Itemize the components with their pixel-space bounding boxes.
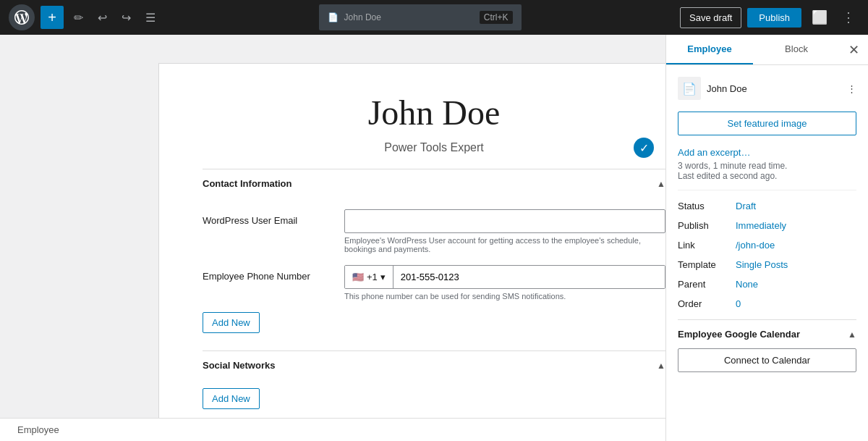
- tab-employee[interactable]: Employee: [666, 35, 753, 64]
- google-calendar-title: Employee Google Calendar: [678, 329, 800, 340]
- contact-information-section: Contact Information ▲ WordPress User Ema…: [203, 169, 665, 333]
- toolbar: + ✏ ↩ ↪ ☰ 📄 John Doe Ctrl+K Save draft P…: [0, 0, 868, 35]
- search-bar[interactable]: 📄 John Doe Ctrl+K: [319, 4, 522, 30]
- search-shortcut: Ctrl+K: [480, 11, 513, 24]
- publish-value[interactable]: Immediately: [736, 220, 786, 231]
- google-calendar-widget-header: Employee Google Calendar ▲: [678, 319, 856, 348]
- undo-button[interactable]: ↩: [93, 7, 111, 29]
- status-label: Status: [678, 201, 736, 211]
- post-title[interactable]: John Doe: [203, 93, 665, 133]
- wp-logo: [9, 4, 35, 30]
- status-row: Status Draft: [678, 196, 856, 216]
- sidebar-tabs-row: Employee Block ✕: [666, 35, 868, 65]
- post-editor: John Doe Power Tools Expert ✓ Contact In…: [159, 64, 709, 426]
- last-edited: Last edited a second ago.: [678, 171, 777, 181]
- post-name: John Doe: [707, 83, 841, 94]
- wp-user-email-input[interactable]: [344, 209, 665, 233]
- tab-block[interactable]: Block: [753, 35, 840, 64]
- phone-input[interactable]: [393, 266, 665, 288]
- set-featured-image-button[interactable]: Set featured image: [678, 112, 856, 135]
- social-networks-section: Social Networks ▲ Add New: [203, 350, 665, 409]
- wp-user-email-label: WordPress User Email: [203, 209, 333, 226]
- order-row: Order 0: [678, 294, 856, 314]
- social-networks-title: Social Networks: [203, 360, 275, 371]
- contact-information-title: Contact Information: [203, 178, 292, 189]
- template-value[interactable]: Single Posts: [736, 259, 788, 270]
- publish-row: Publish Immediately: [678, 216, 856, 235]
- post-menu-button[interactable]: ⋮: [847, 83, 856, 94]
- link-row: Link /john-doe: [678, 235, 856, 255]
- social-networks-header[interactable]: Social Networks ▲: [203, 350, 665, 379]
- link-label: Link: [678, 240, 736, 251]
- add-block-button[interactable]: +: [41, 6, 64, 29]
- google-calendar-toggle[interactable]: ▲: [848, 329, 856, 340]
- redo-button[interactable]: ↪: [117, 7, 135, 29]
- bottom-bar: Employee: [0, 418, 665, 441]
- order-value[interactable]: 0: [736, 298, 741, 309]
- document-icon: 📄: [328, 12, 339, 22]
- template-label: Template: [678, 259, 736, 270]
- employee-phone-field: 🇺🇸 +1 ▾ This phone number can be used fo…: [344, 265, 665, 301]
- verified-badge: ✓: [634, 138, 654, 158]
- wp-user-email-row: WordPress User Email Employee's WordPres…: [203, 209, 665, 253]
- post-subtitle[interactable]: Power Tools Expert: [203, 141, 665, 154]
- wp-user-email-field: Employee's WordPress User account for ge…: [344, 209, 665, 253]
- sidebar-close-button[interactable]: ✕: [840, 36, 868, 64]
- bottom-label: Employee: [17, 424, 59, 435]
- contact-add-new-button[interactable]: Add New: [203, 312, 260, 333]
- employee-phone-label: Employee Phone Number: [203, 265, 333, 282]
- wp-user-email-hint: Employee's WordPress User account for ge…: [344, 236, 665, 253]
- employee-phone-row: Employee Phone Number 🇺🇸 +1 ▾ This phone…: [203, 265, 665, 301]
- meta-divider: [678, 190, 856, 190]
- phone-input-wrapper: 🇺🇸 +1 ▾: [344, 265, 665, 289]
- social-add-new-button[interactable]: Add New: [203, 388, 260, 409]
- template-row: Template Single Posts: [678, 255, 856, 274]
- post-document-icon: 📄: [682, 82, 697, 96]
- parent-row: Parent None: [678, 274, 856, 294]
- parent-label: Parent: [678, 279, 736, 290]
- subtitle-row: Power Tools Expert ✓: [203, 141, 665, 154]
- phone-hint: This phone number can be used for sendin…: [344, 292, 665, 301]
- contact-information-arrow: ▲: [657, 179, 665, 189]
- order-label: Order: [678, 298, 736, 309]
- sidebar-content: 📄 John Doe ⋮ Set featured image Add an e…: [666, 65, 868, 441]
- meta-text: 3 words, 1 minute read time. Last edited…: [678, 161, 856, 181]
- edit-button[interactable]: ✏: [69, 7, 88, 29]
- post-icon: 📄: [678, 77, 701, 100]
- save-draft-button[interactable]: Save draft: [680, 7, 741, 28]
- phone-code: +1: [367, 272, 378, 282]
- more-options-button[interactable]: ⋮: [838, 5, 859, 30]
- publish-label: Publish: [678, 220, 736, 231]
- phone-dropdown-icon: ▾: [380, 272, 386, 282]
- publish-button[interactable]: Publish: [747, 8, 801, 28]
- parent-value[interactable]: None: [736, 279, 758, 290]
- sidebar-toggle-button[interactable]: ⬜: [807, 5, 832, 30]
- phone-flag[interactable]: 🇺🇸 +1 ▾: [345, 266, 393, 288]
- word-count: 3 words, 1 minute read time.: [678, 161, 787, 171]
- add-excerpt-link[interactable]: Add an excerpt…: [678, 147, 750, 158]
- flag-emoji: 🇺🇸: [352, 272, 364, 282]
- tools-button[interactable]: ☰: [141, 7, 160, 29]
- connect-calendar-button[interactable]: Connect to Calendar: [678, 348, 856, 372]
- social-networks-content: Add New: [203, 388, 665, 409]
- status-value[interactable]: Draft: [736, 201, 756, 211]
- contact-information-header[interactable]: Contact Information ▲: [203, 169, 665, 198]
- layout: John Doe Power Tools Expert ✓ Contact In…: [0, 35, 868, 441]
- search-label: John Doe: [344, 12, 381, 22]
- link-value[interactable]: /john-doe: [736, 240, 775, 251]
- sidebar: Employee Block ✕ 📄 John Doe ⋮ Set featur…: [665, 35, 868, 441]
- social-networks-arrow: ▲: [657, 361, 665, 371]
- post-card: 📄 John Doe ⋮: [678, 77, 856, 100]
- sidebar-tabs: Employee Block: [666, 35, 840, 64]
